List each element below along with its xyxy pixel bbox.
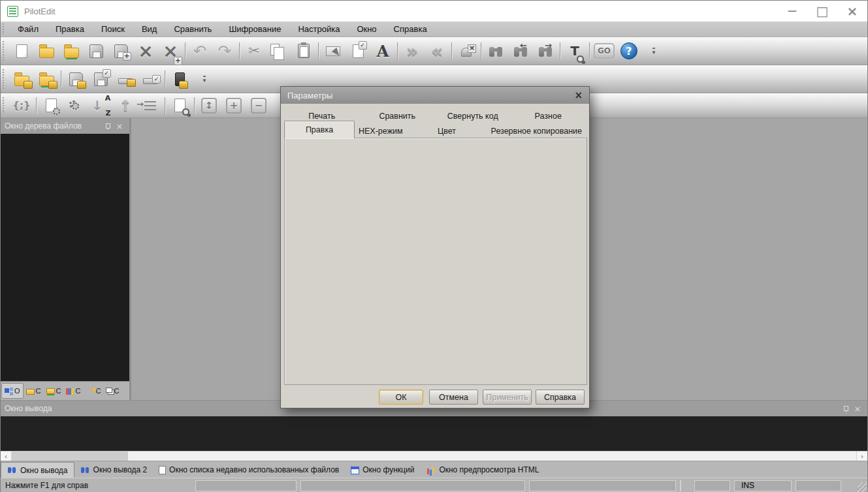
tab-output-window-2[interactable]: Окно вывода 2 (74, 462, 153, 478)
menu-file[interactable]: Файл (9, 22, 47, 36)
move-up-button[interactable]: ↑ (113, 95, 138, 116)
tab-functions-window[interactable]: Окно функций (345, 462, 420, 478)
sort-button[interactable]: ↓ (88, 95, 113, 116)
indent-button[interactable]: » (400, 39, 425, 63)
dialog-tab-collapse-code[interactable]: Свернуть код (435, 109, 511, 123)
upload-decrypted-button[interactable] (138, 67, 163, 91)
zoom-in-button[interactable]: + (221, 95, 246, 116)
save-all-button[interactable] (108, 39, 133, 63)
open-remote-file-button[interactable] (59, 39, 84, 63)
dialog-tab-hex-mode[interactable]: HEX-режим (355, 123, 407, 138)
pin-button[interactable] (840, 403, 852, 414)
script-button[interactable]: {;} (9, 95, 34, 116)
minimize-button[interactable]: ─ (777, 1, 807, 22)
select-icon (326, 46, 340, 56)
ok-button[interactable]: ОК (379, 390, 423, 405)
new-file-button[interactable] (9, 39, 34, 63)
menu-window[interactable]: Окно (348, 22, 385, 36)
dialog-tab-misc[interactable]: Разное (511, 109, 587, 123)
select-button[interactable] (321, 39, 346, 63)
scrollbar-thumb[interactable] (12, 452, 128, 461)
open-encrypted-file-button[interactable] (9, 67, 34, 91)
expand-icon: ↕ (201, 98, 217, 114)
dialog-close-button[interactable]: × (574, 89, 583, 101)
output-icon (80, 466, 90, 474)
encrypted-device-button[interactable] (167, 67, 192, 91)
outdent-button[interactable]: « (425, 39, 449, 63)
open-file-button[interactable] (34, 39, 59, 63)
select-list-button[interactable] (346, 39, 370, 63)
panel-tab-chart[interactable]: C (63, 383, 83, 399)
dialog-tab-backup[interactable]: Резервное копирование (487, 123, 586, 138)
indent-lines-button[interactable] (138, 95, 163, 116)
find-next-button[interactable] (533, 39, 558, 63)
open-encrypted-remote-button[interactable] (34, 67, 59, 91)
panel-close-button[interactable]: × (852, 403, 863, 414)
menu-compare[interactable]: Сравнить (165, 22, 220, 36)
go-icon: GO (594, 43, 615, 59)
scroll-right-button[interactable]: › (856, 452, 867, 461)
font-button[interactable]: A (370, 39, 395, 63)
close-all-button[interactable]: × (158, 39, 183, 63)
menu-search[interactable]: Поиск (93, 22, 133, 36)
maximize-button[interactable]: □ (807, 1, 837, 22)
help-button[interactable]: ? (617, 39, 641, 63)
close-file-button[interactable]: × (133, 39, 158, 63)
panel-tab-favorites[interactable]: C (83, 383, 103, 399)
panel-tab-windows[interactable]: C (103, 383, 121, 399)
expand-selection-button[interactable]: ↕ (197, 95, 221, 116)
menu-encryption[interactable]: Шифрование (220, 22, 289, 36)
toolbar-overflow-button[interactable]: ▾ (641, 39, 666, 63)
tab-output-window[interactable]: Окно вывода (1, 462, 74, 478)
pin-button[interactable] (102, 120, 114, 132)
cancel-button[interactable]: Отмена (429, 390, 478, 405)
disable-alerts-button[interactable] (454, 39, 479, 63)
find-button[interactable] (483, 39, 508, 63)
apply-button[interactable]: Применить (483, 390, 532, 405)
upload-encrypted-button[interactable] (113, 67, 138, 91)
dialog-title-bar[interactable]: Параметры × (281, 87, 589, 104)
floppy-check-icon (94, 72, 108, 86)
font-icon: A (377, 42, 389, 61)
panel-close-button[interactable]: × (114, 120, 125, 132)
file-search-button[interactable] (167, 95, 192, 116)
dialog-tab-compare[interactable]: Сравнить (360, 109, 436, 123)
dialog-tab-edit[interactable]: Правка (284, 121, 355, 138)
dialog-tab-color[interactable]: Цвет (407, 123, 487, 138)
output-icon (7, 466, 17, 474)
toolbar-overflow-button[interactable]: ▾ (192, 67, 217, 91)
menu-view[interactable]: Вид (133, 22, 166, 36)
tab-html-preview-window[interactable]: Окно предпросмотра HTML (420, 462, 545, 478)
panel-tab-folder[interactable]: C (24, 383, 44, 399)
menu-edit[interactable]: Правка (47, 22, 93, 36)
maximize-icon: □ (816, 3, 829, 19)
scroll-left-button[interactable]: ‹ (1, 452, 12, 461)
close-button[interactable]: × (837, 1, 867, 22)
copy-button[interactable] (266, 39, 291, 63)
app-window: PilotEdit ─□× ФайлПравкаПоискВидСравнить… (0, 0, 868, 492)
paste-button[interactable] (291, 39, 316, 63)
undo-button[interactable]: ↶ (187, 39, 212, 63)
panel-tab-remote-folder[interactable]: C (44, 383, 64, 399)
toolbar-separator (194, 97, 195, 114)
goto-button[interactable]: GO (592, 39, 617, 63)
find-previous-button[interactable] (508, 39, 533, 63)
menu-help[interactable]: Справка (385, 22, 436, 36)
resize-grip[interactable] (858, 483, 867, 492)
file-settings-button[interactable] (39, 95, 63, 116)
tab-recent-files-window[interactable]: Окно списка недавно использованных файло… (153, 462, 345, 478)
cut-button[interactable]: ✂ (242, 39, 266, 63)
settings-button[interactable] (63, 95, 88, 116)
save-decrypted-button[interactable] (88, 67, 113, 91)
text-search-icon: T (570, 43, 579, 59)
cut-icon: ✂ (248, 43, 260, 59)
panel-tab-file-tree[interactable]: O (1, 383, 24, 399)
redo-button[interactable]: ↷ (212, 39, 237, 63)
find-text-button[interactable]: T (562, 39, 587, 63)
close-icon: × (116, 121, 123, 131)
zoom-out-button[interactable]: − (246, 95, 271, 116)
save-encrypted-button[interactable] (63, 67, 88, 91)
save-button[interactable] (84, 39, 108, 63)
help-button[interactable]: Справка (536, 390, 585, 405)
menu-settings[interactable]: Настройка (289, 22, 348, 36)
